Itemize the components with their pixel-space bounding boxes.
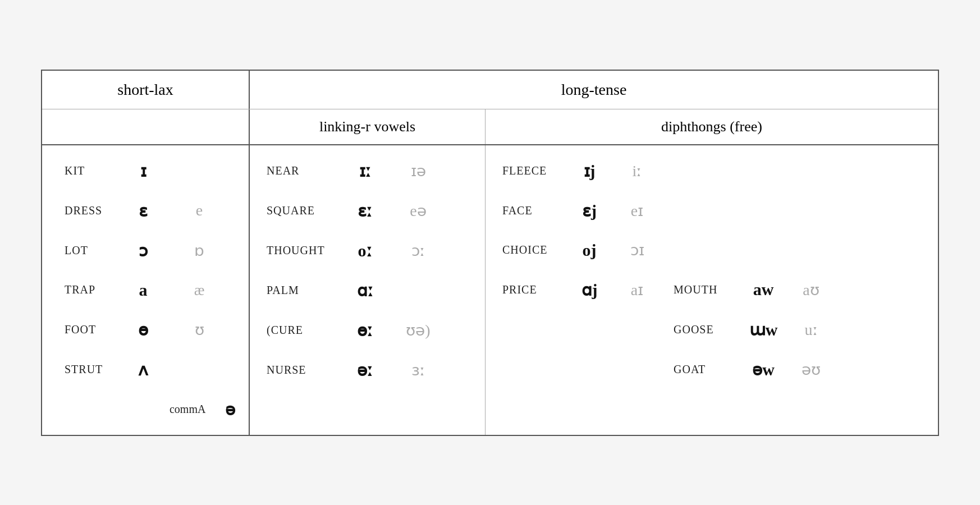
ipa1-strut: ʌ xyxy=(115,360,171,379)
dip-group-fleece: FLEECE ɪj iː xyxy=(486,161,662,181)
col-short-lax: KIT ɪ DRESS ɛ e LOT ɔ ɒ TRAP a æ FOOT ɵ xyxy=(42,145,250,435)
list-item: (CURE ɵː ʊə) xyxy=(250,310,485,350)
ipa1-dress: ɛ xyxy=(115,201,171,221)
word-cure: (CURE xyxy=(250,324,340,337)
list-item: GOOSE ɯw uː xyxy=(486,310,938,350)
list-item: TRAP a æ xyxy=(42,270,249,310)
ipa2-thought: ɔː xyxy=(390,241,446,260)
spacer xyxy=(250,390,485,410)
ipa2-dress: e xyxy=(171,201,227,219)
word-dress: DRESS xyxy=(42,204,115,217)
ipa2-lot: ɒ xyxy=(171,241,227,260)
word-foot: FOOT xyxy=(42,323,115,336)
word-kit: KIT xyxy=(42,164,115,177)
ipa1-lot: ɔ xyxy=(115,241,171,260)
ipa-comma: ə xyxy=(211,400,249,419)
list-item: DRESS ɛ e xyxy=(42,191,249,231)
header-diphthongs: diphthongs (free) xyxy=(486,109,938,144)
ipa4-goose: uː xyxy=(786,320,836,339)
ipa2-near: ɪə xyxy=(390,162,446,180)
col-diphthong: FLEECE ɪj iː FACE ɛj eɪ CHOICE oj ɔɪ xyxy=(486,145,938,435)
list-item: THOUGHT oː ɔː xyxy=(250,231,485,270)
word-price: PRICE xyxy=(486,283,567,296)
list-item: PRICE ɑj aɪ MOUTH aw aʊ xyxy=(486,270,938,310)
dip-group-goose: GOOSE ɯw uː xyxy=(486,320,836,339)
dip-group-face: FACE ɛj eɪ xyxy=(486,201,662,221)
ipa2-foot: ʊ xyxy=(171,320,227,339)
ipa2-fleece: iː xyxy=(612,162,662,180)
spacer xyxy=(486,389,938,410)
word-square: SQUARE xyxy=(250,204,340,217)
ipa2-choice: ɔɪ xyxy=(612,241,662,259)
ipa4-mouth: aʊ xyxy=(786,281,836,299)
list-item: SQUARE ɛː eə xyxy=(250,191,485,231)
list-item: CHOICE oj ɔɪ xyxy=(486,231,938,270)
word-strut: STRUT xyxy=(42,363,115,376)
list-item: GOAT əw əʊ xyxy=(486,350,938,389)
ipa1-cure: ɵː xyxy=(340,320,390,340)
list-item: FLEECE ɪj iː xyxy=(486,151,938,191)
word-goose: GOOSE xyxy=(662,323,741,336)
vowel-table: short-lax long-tense linking-r vowels di… xyxy=(41,70,939,436)
ipa3-goat: əw xyxy=(741,360,786,379)
dip-group-goat: GOAT əw əʊ xyxy=(486,360,836,379)
ipa2-square: eə xyxy=(390,201,446,220)
word-lot: LOT xyxy=(42,244,115,257)
body-area: KIT ɪ DRESS ɛ e LOT ɔ ɒ TRAP a æ FOOT ɵ xyxy=(42,145,938,435)
word-near: NEAR xyxy=(250,164,340,177)
word-goat: GOAT xyxy=(662,363,741,376)
word-face: FACE xyxy=(486,204,567,217)
ipa2-cure: ʊə) xyxy=(390,321,446,339)
list-item: FACE ɛj eɪ xyxy=(486,191,938,231)
list-item: NURSE əː ɜː xyxy=(250,350,485,390)
ipa2-price: aɪ xyxy=(612,281,662,299)
word-palm: PALM xyxy=(250,284,340,297)
word-choice: CHOICE xyxy=(486,244,567,256)
ipa1-trap: a xyxy=(115,281,171,300)
word-fleece: FLEECE xyxy=(486,164,567,177)
ipa1-nurse: əː xyxy=(340,360,390,380)
list-item: FOOT ɵ ʊ xyxy=(42,310,249,350)
list-item: STRUT ʌ xyxy=(42,350,249,389)
ipa1-thought: oː xyxy=(340,241,390,260)
header-row-1: short-lax long-tense xyxy=(42,71,938,109)
list-item: NEAR ɪː ɪə xyxy=(250,151,485,191)
col-linking-r: NEAR ɪː ɪə SQUARE ɛː eə THOUGHT oː ɔː PA… xyxy=(250,145,486,435)
word-nurse: NURSE xyxy=(250,364,340,377)
header-short-lax: short-lax xyxy=(42,71,250,109)
word-comma: commA xyxy=(149,403,211,416)
ipa3-mouth: aw xyxy=(741,280,786,299)
list-item: KIT ɪ xyxy=(42,151,249,191)
ipa1-choice: oj xyxy=(567,241,612,260)
header-linking-r: linking-r vowels xyxy=(250,109,486,144)
word-thought: THOUGHT xyxy=(250,244,340,257)
ipa1-foot: ɵ xyxy=(115,320,171,339)
ipa1-kit: ɪ xyxy=(115,161,171,181)
list-item: PALM ɑː xyxy=(250,270,485,310)
dip-group-choice: CHOICE oj ɔɪ xyxy=(486,241,662,260)
ipa1-square: ɛː xyxy=(340,201,390,221)
ipa4-goat: əʊ xyxy=(786,360,836,379)
ipa1-fleece: ɪj xyxy=(567,161,612,181)
header-long-tense: long-tense xyxy=(250,71,938,109)
ipa1-palm: ɑː xyxy=(340,281,390,300)
word-mouth: MOUTH xyxy=(662,283,741,296)
ipa1-near: ɪː xyxy=(340,161,390,181)
header-short-spacer xyxy=(42,109,250,144)
ipa2-trap: æ xyxy=(171,281,227,299)
ipa2-nurse: ɜː xyxy=(390,361,446,379)
ipa1-face: ɛj xyxy=(567,201,612,221)
ipa1-price: ɑj xyxy=(567,280,612,300)
list-item: LOT ɔ ɒ xyxy=(42,231,249,270)
dip-group-price-mouth: PRICE ɑj aɪ MOUTH aw aʊ xyxy=(486,280,836,300)
header-row-2: linking-r vowels diphthongs (free) xyxy=(42,109,938,145)
ipa2-face: eɪ xyxy=(612,201,662,220)
word-trap: TRAP xyxy=(42,283,115,296)
ipa3-goose: ɯw xyxy=(741,320,786,339)
comma-row: commA ə xyxy=(42,389,249,429)
